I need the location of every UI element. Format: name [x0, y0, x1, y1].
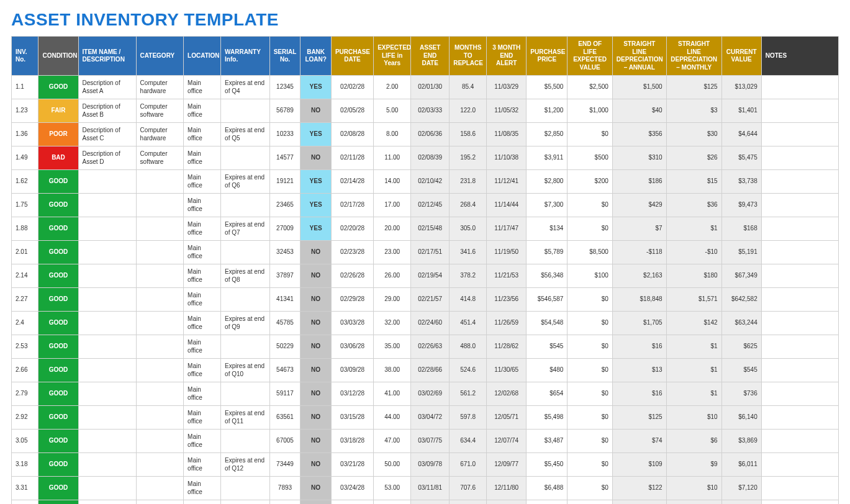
- cell-condition[interactable]: GOOD: [38, 264, 78, 288]
- cell-loan[interactable]: NO: [301, 382, 332, 406]
- cell-cat[interactable]: Computer hardware: [136, 76, 184, 99]
- cell-inv[interactable]: 2.79: [12, 382, 38, 406]
- cell-slm[interactable]: $1: [666, 382, 721, 406]
- cell-ser[interactable]: 23465: [269, 194, 301, 217]
- cell-cat[interactable]: [136, 382, 184, 406]
- cell-sla[interactable]: $186: [612, 170, 666, 194]
- cell-life[interactable]: 11.00: [374, 146, 411, 170]
- cell-cat[interactable]: [136, 453, 184, 477]
- table-row[interactable]: 3.31GOODMain office7893NO03/24/2853.0003…: [12, 477, 839, 500]
- cell-cat[interactable]: [136, 194, 184, 217]
- cell-end[interactable]: 02/03/33: [411, 99, 450, 123]
- cell-pur[interactable]: 03/12/28: [331, 382, 373, 406]
- cell-alert[interactable]: 11/26/59: [487, 312, 527, 335]
- cell-eol[interactable]: $8,500: [567, 241, 612, 264]
- cell-cat[interactable]: [136, 264, 184, 288]
- cell-sla[interactable]: $122: [612, 477, 666, 500]
- cell-alert[interactable]: 11/17/47: [487, 217, 527, 241]
- cell-pur[interactable]: 03/06/28: [331, 335, 373, 359]
- cell-desc[interactable]: [78, 170, 136, 194]
- cell-price[interactable]: $3,487: [527, 430, 567, 453]
- cell-notes[interactable]: [761, 288, 838, 312]
- cell-life[interactable]: 35.00: [374, 335, 411, 359]
- cell-months[interactable]: 597.8: [450, 406, 487, 430]
- cell-cur[interactable]: $642,582: [721, 288, 761, 312]
- cell-loc[interactable]: Main office: [184, 241, 221, 264]
- cell-inv[interactable]: 3.18: [12, 453, 38, 477]
- cell-cur[interactable]: $545: [721, 359, 761, 382]
- cell-slm[interactable]: $180: [666, 264, 721, 288]
- cell-loan[interactable]: NO: [301, 99, 332, 123]
- cell-loan[interactable]: NO: [301, 335, 332, 359]
- cell-cur[interactable]: $6,011: [721, 453, 761, 477]
- cell-loan[interactable]: NO: [301, 146, 332, 170]
- cell-war[interactable]: Expires at end of Q10: [221, 359, 270, 382]
- cell-cat[interactable]: [136, 359, 184, 382]
- cell-loan[interactable]: NO: [301, 406, 332, 430]
- cell-sla[interactable]: $1,705: [612, 312, 666, 335]
- cell-end[interactable]: 02/21/57: [411, 288, 450, 312]
- cell-war[interactable]: Expires at end of Q6: [221, 170, 270, 194]
- cell-war[interactable]: Expires at end of Q4: [221, 76, 270, 99]
- cell-cur[interactable]: $736: [721, 382, 761, 406]
- cell-desc[interactable]: [78, 217, 136, 241]
- cell-condition[interactable]: GOOD: [38, 453, 78, 477]
- cell-condition[interactable]: GOOD: [38, 76, 78, 99]
- cell-notes[interactable]: [761, 312, 838, 335]
- cell-cat[interactable]: [136, 430, 184, 453]
- table-row[interactable]: 1.75GOODMain office23465YES02/17/2817.00…: [12, 194, 839, 217]
- cell-condition[interactable]: GOOD: [38, 217, 78, 241]
- cell-end[interactable]: 02/12/45: [411, 194, 450, 217]
- cell-months[interactable]: 305.0: [450, 217, 487, 241]
- cell-eol[interactable]: $0: [567, 335, 612, 359]
- cell-price[interactable]: $5,450: [527, 453, 567, 477]
- hdr-ser[interactable]: SERIAL No.: [269, 37, 301, 76]
- cell-pur[interactable]: 02/14/28: [331, 170, 373, 194]
- cell-eol[interactable]: $0: [567, 453, 612, 477]
- cell-sla[interactable]: $123: [612, 500, 666, 505]
- cell-alert[interactable]: 11/12/41: [487, 170, 527, 194]
- table-row[interactable]: 3.18GOODMain officeExpires at end of Q12…: [12, 453, 839, 477]
- cell-inv[interactable]: 2.92: [12, 406, 38, 430]
- cell-war[interactable]: [221, 194, 270, 217]
- cell-end[interactable]: 03/02/69: [411, 382, 450, 406]
- cell-slm[interactable]: $10: [666, 500, 721, 505]
- cell-life[interactable]: 5.00: [374, 99, 411, 123]
- cell-war[interactable]: Expires at end of Q5: [221, 123, 270, 146]
- cell-desc[interactable]: [78, 194, 136, 217]
- cell-life[interactable]: 17.00: [374, 194, 411, 217]
- table-row[interactable]: 2.66GOODMain officeExpires at end of Q10…: [12, 359, 839, 382]
- cell-cur[interactable]: $63,244: [721, 312, 761, 335]
- hdr-pur[interactable]: PURCHASE DATE: [331, 37, 373, 76]
- cell-desc[interactable]: Description of Asset D: [78, 146, 136, 170]
- cell-inv[interactable]: 1.88: [12, 217, 38, 241]
- cell-price[interactable]: $1,200: [527, 99, 567, 123]
- cell-life[interactable]: 32.00: [374, 312, 411, 335]
- cell-eol[interactable]: $1,000: [567, 99, 612, 123]
- hdr-notes[interactable]: NOTES: [761, 37, 838, 76]
- cell-condition[interactable]: FAIR: [38, 99, 78, 123]
- hdr-end[interactable]: ASSET END DATE: [411, 37, 450, 76]
- cell-sla[interactable]: $16: [612, 382, 666, 406]
- cell-pur[interactable]: 03/27/28: [331, 500, 373, 505]
- cell-loan[interactable]: NO: [301, 430, 332, 453]
- cell-alert[interactable]: 11/03/29: [487, 76, 527, 99]
- cell-inv[interactable]: 1.23: [12, 99, 38, 123]
- cell-price[interactable]: $6,488: [527, 477, 567, 500]
- cell-notes[interactable]: [761, 194, 838, 217]
- cell-ser[interactable]: 56789: [269, 99, 301, 123]
- cell-alert[interactable]: 11/19/50: [487, 241, 527, 264]
- cell-notes[interactable]: [761, 477, 838, 500]
- cell-cat[interactable]: [136, 335, 184, 359]
- cell-ser[interactable]: 59117: [269, 382, 301, 406]
- cell-eol[interactable]: $0: [567, 217, 612, 241]
- cell-loan[interactable]: NO: [301, 264, 332, 288]
- cell-alert[interactable]: 11/05/32: [487, 99, 527, 123]
- cell-cur[interactable]: $9,473: [721, 194, 761, 217]
- cell-eol[interactable]: $0: [567, 123, 612, 146]
- cell-condition[interactable]: GOOD: [38, 477, 78, 500]
- cell-condition[interactable]: GOOD: [38, 382, 78, 406]
- cell-cat[interactable]: [136, 241, 184, 264]
- cell-alert[interactable]: 12/09/77: [487, 453, 527, 477]
- cell-price[interactable]: $480: [527, 359, 567, 382]
